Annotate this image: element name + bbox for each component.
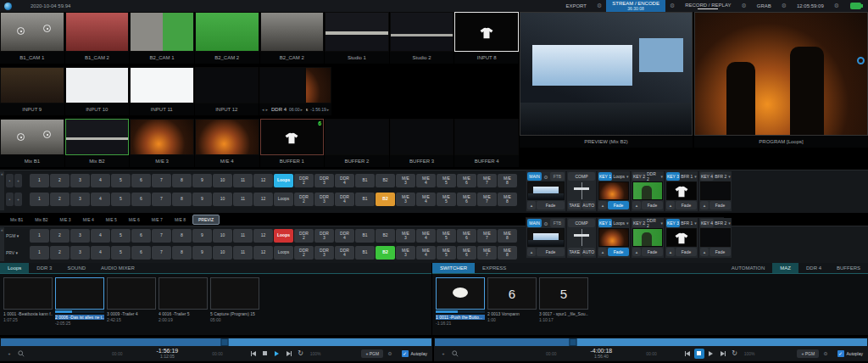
source-button-5[interactable]: 5 bbox=[111, 193, 131, 206]
bin-tab-automation[interactable]: AUTOMATION bbox=[724, 263, 772, 273]
source-button-m-e-3[interactable]: M/E 3 bbox=[396, 174, 415, 187]
source-button-9[interactable]: 9 bbox=[192, 193, 212, 206]
ftb-button[interactable]: FTB bbox=[550, 172, 565, 181]
source-button-ddr-2[interactable]: DDR 2 bbox=[294, 174, 314, 187]
auto-button[interactable]: AUTO bbox=[582, 248, 596, 256]
source-button-7[interactable]: 7 bbox=[152, 229, 171, 243]
source-button-10[interactable]: 10 bbox=[213, 229, 232, 243]
delegate-arrow-icon[interactable]: ▴ bbox=[666, 248, 675, 256]
monitor-cell[interactable]: INPUT 12 bbox=[195, 67, 259, 115]
me-tab-previz[interactable]: PREVIZ bbox=[192, 215, 220, 225]
me-tab-m-e-4[interactable]: M/E 4 bbox=[78, 215, 99, 224]
autoplay-checkbox[interactable]: ✓ bbox=[837, 350, 844, 357]
playhead-handle[interactable] bbox=[570, 338, 577, 346]
source-button-loops[interactable]: Loops bbox=[274, 193, 293, 206]
export-gear-icon[interactable]: ⚙ bbox=[593, 3, 606, 9]
source-button-9[interactable]: 9 bbox=[192, 246, 212, 260]
source-button-10[interactable]: 10 bbox=[213, 193, 232, 206]
monitor-cell[interactable]: Mix B1 bbox=[0, 119, 64, 167]
monitor-cell[interactable]: B2_CAM 1 bbox=[130, 12, 194, 64]
source-button-b1[interactable]: B1 bbox=[355, 229, 375, 243]
ftb-button[interactable]: FTB bbox=[550, 219, 565, 227]
source-button-b1[interactable]: B1 bbox=[355, 174, 375, 187]
source-button-6[interactable]: 6 bbox=[131, 193, 151, 206]
source-button-loops[interactable]: Loops bbox=[274, 246, 293, 260]
main-button[interactable]: MAIN bbox=[527, 172, 542, 181]
play-icon[interactable] bbox=[272, 349, 282, 359]
source-button-2[interactable]: 2 bbox=[50, 174, 70, 187]
bin-tab-buffers[interactable]: BUFFERS bbox=[829, 263, 868, 273]
send-to-pgm-button[interactable]: + PGM bbox=[361, 349, 383, 358]
source-button-4[interactable]: 4 bbox=[91, 229, 110, 243]
source-button-2[interactable]: 2 bbox=[50, 193, 70, 206]
auto-button[interactable]: AUTO bbox=[582, 201, 596, 209]
playback-timeline[interactable] bbox=[435, 338, 867, 346]
playhead-handle[interactable] bbox=[221, 338, 229, 346]
bin-tab-ddr-3[interactable]: DDR 3 bbox=[29, 263, 59, 273]
stop-icon[interactable] bbox=[260, 349, 270, 359]
key-source-select[interactable]: Loops▾ bbox=[613, 219, 629, 227]
grab-button[interactable]: GRAB bbox=[751, 0, 777, 12]
ddr-scrub-bar[interactable]: ◂▸DDR 406:00▸ bbox=[259, 103, 305, 115]
source-button-m-e-5[interactable]: M/E 5 bbox=[437, 229, 456, 243]
source-button-m-e-3[interactable]: M/E 3 bbox=[396, 246, 415, 260]
key-delegate-button[interactable]: KEY 3 bbox=[666, 219, 680, 227]
source-button-m-e-3[interactable]: M/E 3 bbox=[396, 193, 415, 206]
source-button-1[interactable]: 1 bbox=[30, 193, 49, 206]
source-button-loops[interactable]: Loops bbox=[274, 174, 293, 187]
media-clip-item[interactable]: 3 0009 -Trailer 42:42:15 bbox=[107, 277, 156, 326]
loop-icon[interactable]: ↻ bbox=[730, 349, 740, 359]
source-button-b2[interactable]: B2 bbox=[376, 174, 395, 187]
source-button-ddr-3[interactable]: DDR 3 bbox=[314, 229, 334, 243]
source-button-b1[interactable]: B1 bbox=[355, 193, 375, 206]
delegate-arrow-icon[interactable]: ▴ bbox=[598, 201, 607, 209]
t-bar[interactable] bbox=[568, 228, 595, 247]
main-fade-button[interactable]: Fade bbox=[537, 248, 565, 256]
zoom-icon[interactable] bbox=[16, 349, 26, 359]
zoom-icon[interactable] bbox=[450, 349, 460, 359]
monitor-cell[interactable]: INPUT 10 bbox=[65, 67, 130, 115]
source-button-5[interactable]: 5 bbox=[111, 174, 131, 187]
autoplay-checkbox[interactable]: ✓ bbox=[402, 350, 409, 357]
source-button-11[interactable]: 11 bbox=[233, 246, 253, 260]
source-button-12[interactable]: 12 bbox=[253, 246, 273, 260]
previous-clip-icon[interactable] bbox=[248, 349, 259, 359]
source-button-9[interactable]: 9 bbox=[192, 174, 212, 187]
source-button-m-e-4[interactable]: M/E 4 bbox=[416, 174, 436, 187]
stream-encode-button[interactable]: STREAM / ENCODE 36:30:08 bbox=[606, 0, 665, 12]
take-button[interactable]: TAKE bbox=[568, 248, 581, 256]
source-button-5[interactable]: 5 bbox=[111, 229, 131, 243]
export-button[interactable]: EXPORT bbox=[559, 0, 593, 12]
delegate-arrow-icon[interactable]: ▴ bbox=[700, 201, 709, 209]
media-clip-item[interactable]: 1 0001 -Beatboxia kann f...1:07:25 bbox=[3, 277, 53, 326]
source-button-b2[interactable]: B2 bbox=[376, 246, 395, 260]
stop-icon[interactable] bbox=[694, 349, 704, 359]
me-tab-m-e-6[interactable]: M/E 6 bbox=[124, 215, 145, 224]
bin-tab-sound[interactable]: SOUND bbox=[59, 263, 93, 273]
key-fade-button[interactable]: Fade bbox=[642, 201, 663, 209]
bus-add-icon[interactable]: + bbox=[14, 174, 22, 187]
play-icon[interactable]: ▸ bbox=[266, 107, 269, 112]
source-button-6[interactable]: 6 bbox=[131, 174, 151, 187]
delegate-arrow-icon[interactable]: ▴ bbox=[666, 201, 675, 209]
source-button-8[interactable]: 8 bbox=[172, 229, 192, 243]
monitor-cell[interactable]: B2_CAM 2 bbox=[195, 12, 259, 64]
stream-gear-icon[interactable]: ⚙ bbox=[665, 3, 679, 9]
skip-back-icon[interactable]: ◂ bbox=[262, 107, 264, 112]
source-button-m-e-5[interactable]: M/E 5 bbox=[437, 174, 456, 187]
media-clip-item[interactable]: 62 0013 Vorspann1:00 bbox=[487, 277, 537, 326]
key-delegate-button[interactable]: KEY 4 bbox=[700, 219, 714, 227]
program-monitor[interactable]: PROGRAM [Loops] bbox=[694, 12, 868, 148]
delegate-arrow-icon[interactable]: ▴ bbox=[598, 248, 607, 256]
key-source-select[interactable]: DDR 2▾ bbox=[647, 172, 663, 181]
source-button-11[interactable]: 11 bbox=[233, 193, 253, 206]
source-button-8[interactable]: 8 bbox=[172, 246, 192, 260]
key-source-select[interactable]: BFR 1▾ bbox=[681, 219, 697, 227]
source-button-ddr-4[interactable]: DDR 4 bbox=[335, 193, 354, 206]
source-button-10[interactable]: 10 bbox=[213, 246, 232, 260]
add-clip-icon[interactable]: + bbox=[4, 349, 14, 359]
source-button-m-e-7[interactable]: M/E 7 bbox=[477, 193, 497, 206]
source-button-ddr-2[interactable]: DDR 2 bbox=[294, 229, 314, 243]
source-button-4[interactable]: 4 bbox=[91, 246, 110, 260]
key-fade-button[interactable]: Fade bbox=[608, 201, 629, 209]
